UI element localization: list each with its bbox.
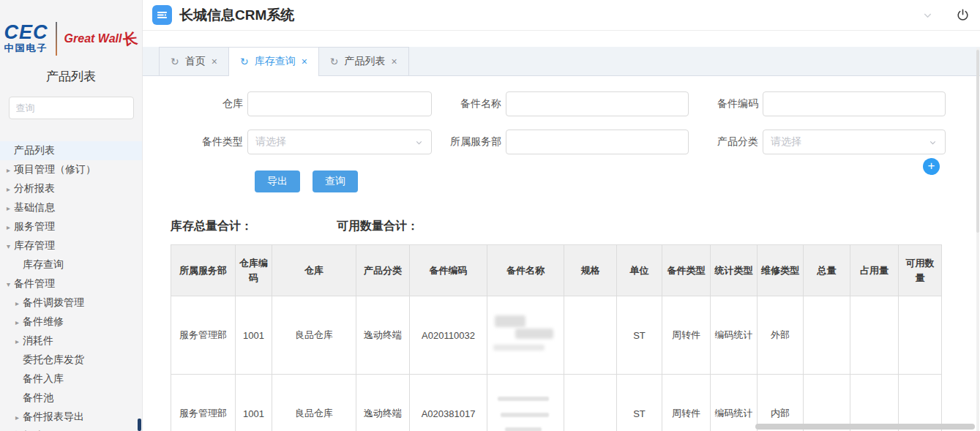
horizontal-scrollbar-thumb[interactable] [755, 424, 975, 430]
cell-available [899, 375, 942, 431]
redacted-content [490, 381, 561, 431]
refresh-icon[interactable]: ↻ [240, 56, 249, 67]
cell-unit: ST [617, 375, 662, 431]
caret-right-icon: ▸ [3, 223, 14, 231]
cell-part-code: A020381017 [410, 375, 487, 431]
query-button[interactable]: 查询 [313, 170, 358, 192]
caret-right-icon: ▸ [12, 337, 23, 345]
stock-total-value [255, 219, 277, 234]
cell-spec [564, 375, 617, 431]
close-icon[interactable]: × [302, 56, 307, 67]
sidebar-item-entrusted-warehouse-shipping[interactable]: ▸委托仓库发货 [0, 351, 142, 370]
service-dept-input[interactable] [506, 130, 689, 154]
sidebar-item-label: 备件调拨管理 [23, 296, 84, 310]
sidebar-item-consumables[interactable]: ▸消耗件 [0, 331, 142, 351]
col-warehouse: 仓库 [272, 245, 356, 296]
cell-warehouse-code: 1001 [236, 375, 272, 431]
sidebar-item-label: 备件报表导出 [23, 411, 84, 424]
sidebar-item-knowledge-base[interactable]: ▸知识库管理 [0, 427, 142, 431]
caret-down-icon: ▾ [3, 280, 14, 288]
col-part-name: 备件名称 [487, 245, 564, 296]
sidebar-item-parts-inbound[interactable]: ▸备件入库 [0, 370, 142, 389]
sidebar-item-parts-allocation[interactable]: ▸备件调拨管理 [0, 293, 142, 312]
cell-part-code: A020110032 [410, 296, 487, 375]
sidebar-item-service-management[interactable]: ▸服务管理 [0, 217, 142, 236]
cell-unit: ST [617, 296, 662, 375]
tab-label: 库存查询 [255, 55, 296, 68]
sidebar-item-product-list[interactable]: ▸产品列表 [0, 141, 142, 160]
available-total-value [422, 219, 444, 234]
cell-warehouse: 良品仓库 [272, 296, 356, 375]
cell-warehouse-code: 1001 [236, 296, 272, 375]
sidebar-item-project-management[interactable]: ▸项目管理（修订） [0, 160, 142, 179]
refresh-icon[interactable]: ↻ [330, 56, 339, 67]
tab-home[interactable]: ↻ 首页 × [159, 47, 229, 75]
sidebar-item-inventory-query[interactable]: ▸库存查询 [0, 255, 142, 274]
great-wall-logo: Great Wall 长 [64, 29, 138, 49]
export-button[interactable]: 导出 [255, 170, 300, 192]
col-unit: 单位 [617, 245, 662, 296]
cell-stat-type: 编码统计 [711, 296, 758, 375]
part-type-select[interactable]: 请选择 [247, 130, 432, 154]
part-code-label: 备件编码 [692, 97, 758, 110]
cell-part-type: 周转件 [662, 296, 711, 375]
search-form-row-2: 备件类型 请选择 所属服务部 产品分类 请选择 [143, 130, 980, 154]
action-buttons: 导出 查询 [255, 170, 980, 192]
sidebar-item-analysis-reports[interactable]: ▸分析报表 [0, 179, 142, 198]
table-header-row: 所属服务部 仓库编码 仓库 产品分类 备件编码 备件名称 规格 单位 备件类型 … [171, 245, 942, 296]
col-repair-type: 维修类型 [758, 245, 804, 296]
sidebar-item-label: 备件维修 [23, 315, 64, 329]
cell-repair-type: 内部 [758, 375, 804, 431]
cec-logo-text: CEC [4, 23, 48, 42]
sidebar-scrollbar-thumb[interactable] [138, 419, 141, 431]
caret-down-icon: ▾ [3, 242, 14, 250]
chevron-down-icon[interactable] [921, 9, 934, 21]
sidebar-item-basic-info[interactable]: ▸基础信息 [0, 198, 142, 217]
warehouse-input[interactable] [247, 91, 432, 116]
redacted-content [490, 302, 561, 368]
search-form-row-1: 仓库 备件名称 备件编码 [143, 91, 980, 116]
tab-label: 首页 [185, 55, 206, 68]
power-icon[interactable] [956, 8, 970, 22]
vertical-scrollbar-thumb[interactable] [976, 50, 979, 233]
sidebar-item-parts-report-export[interactable]: ▸备件报表导出 [0, 408, 142, 427]
cell-repair-type: 外部 [758, 296, 804, 375]
cell-service-dept: 服务管理部 [171, 296, 236, 375]
inventory-table: 所属服务部 仓库编码 仓库 产品分类 备件编码 备件名称 规格 单位 备件类型 … [171, 244, 942, 431]
caret-right-icon: ▸ [12, 413, 23, 421]
col-spec: 规格 [564, 245, 617, 296]
menu-collapse-icon[interactable] [152, 5, 172, 25]
tab-inventory-query[interactable]: ↻ 库存查询 × [229, 47, 319, 75]
refresh-icon[interactable]: ↻ [171, 56, 179, 67]
part-code-input[interactable] [763, 91, 946, 116]
tab-bar: ↻ 首页 × ↻ 库存查询 × ↻ 产品列表 × [143, 47, 980, 76]
col-part-code: 备件编码 [410, 245, 487, 296]
service-dept-label: 所属服务部 [435, 135, 501, 149]
product-category-select[interactable]: 请选择 [763, 130, 946, 154]
sidebar-item-parts-repair[interactable]: ▸备件维修 [0, 312, 142, 331]
cell-part-name [487, 296, 564, 375]
close-icon[interactable]: × [392, 56, 397, 67]
cell-occupied [850, 375, 899, 431]
close-icon[interactable]: × [212, 56, 217, 67]
col-total: 总量 [804, 245, 850, 296]
cell-total [804, 375, 850, 431]
sidebar-item-spare-parts-management[interactable]: ▾备件管理 [0, 274, 142, 293]
sidebar-item-label: 服务管理 [14, 220, 55, 233]
col-part-type: 备件类型 [662, 245, 711, 296]
tab-product-list[interactable]: ↻ 产品列表 × [319, 47, 409, 75]
add-condition-button[interactable]: + [923, 158, 940, 175]
sidebar-search-input[interactable] [9, 97, 134, 119]
crm-page: CEC 中国电子 Great Wall 长 产品列表 ▸产品列表 ▸项目管理（修… [0, 0, 980, 431]
sidebar-item-label: 基础信息 [14, 201, 55, 214]
sidebar-item-label: 产品列表 [14, 144, 55, 157]
great-wall-seal-icon: 长 [122, 29, 139, 50]
chevron-down-icon [928, 138, 938, 147]
sidebar-item-inventory-management[interactable]: ▾库存管理 [0, 236, 142, 255]
sidebar-item-parts-pool[interactable]: ▸备件池 [0, 389, 142, 408]
part-name-input[interactable] [506, 91, 689, 116]
part-name-label: 备件名称 [435, 97, 501, 110]
inventory-table-wrap: 所属服务部 仓库编码 仓库 产品分类 备件编码 备件名称 规格 单位 备件类型 … [171, 244, 943, 431]
cell-part-type: 周转件 [662, 375, 711, 431]
sidebar-item-label: 分析报表 [14, 182, 55, 195]
